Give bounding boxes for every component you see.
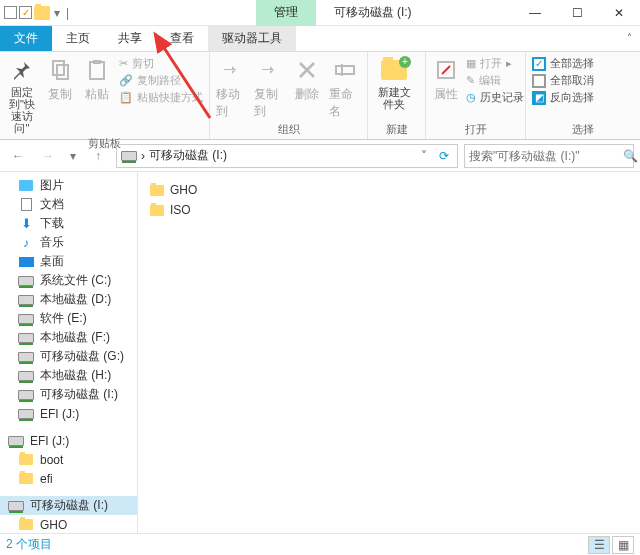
cut-icon: ✂ [119, 57, 128, 70]
drive-icon [8, 499, 24, 513]
invert-selection-button[interactable]: ◩反向选择 [532, 90, 594, 105]
nav-item[interactable]: 本地磁盘 (H:) [0, 366, 137, 385]
back-button[interactable]: ← [6, 144, 30, 168]
drive-icon [18, 293, 34, 307]
nav-item-label: 下载 [40, 215, 64, 232]
folder-icon [18, 518, 34, 532]
folder-name: GHO [170, 183, 197, 197]
nav-item[interactable]: EFI (J:) [0, 431, 137, 450]
icons-view-button[interactable]: ▦ [612, 536, 634, 554]
qat-dropdown-icon[interactable]: ▾ [52, 6, 62, 20]
move-to-button[interactable]: 移动到 [216, 56, 248, 120]
nav-item[interactable]: 可移动磁盘 (I:) [0, 385, 137, 404]
folder-item[interactable]: GHO [146, 180, 632, 200]
nav-item[interactable]: GHO [0, 515, 137, 533]
path-icon: 🔗 [119, 74, 133, 88]
nav-item-label: 本地磁盘 (D:) [40, 291, 111, 308]
nav-item[interactable]: 文档 [0, 195, 137, 214]
copyto-icon [256, 56, 284, 84]
details-view-button[interactable]: ☰ [588, 536, 610, 554]
nav-item[interactable]: 桌面 [0, 252, 137, 271]
forward-button[interactable]: → [36, 144, 60, 168]
search-box[interactable]: 🔍 [464, 144, 634, 168]
drive-icon [8, 434, 24, 448]
nav-item[interactable]: EFI (J:) [0, 404, 137, 423]
address-bar[interactable]: › 可移动磁盘 (I:) ˅ ⟳ [116, 144, 458, 168]
drive-icon [18, 369, 34, 383]
navigation-pane[interactable]: 图片文档⬇下载♪音乐桌面系统文件 (C:)本地磁盘 (D:)软件 (E:)本地磁… [0, 172, 138, 533]
nav-item[interactable]: 系统文件 (C:) [0, 271, 137, 290]
delete-button[interactable]: 删除 [292, 56, 324, 103]
select-all-button[interactable]: ✓全部选择 [532, 56, 594, 71]
file-list[interactable]: GHOISO [138, 172, 640, 533]
new-folder-button[interactable]: + 新建文件夹 [374, 56, 414, 110]
quick-access-toolbar: ✓ ▾ | [0, 6, 75, 20]
nav-item-label: 可移动磁盘 (I:) [30, 497, 108, 514]
select-none-button[interactable]: ✓全部取消 [532, 73, 594, 88]
recent-locations-button[interactable]: ▾ [66, 144, 80, 168]
select-all-icon: ✓ [532, 57, 546, 71]
search-icon[interactable]: 🔍 [623, 149, 638, 163]
nav-item[interactable]: 软件 (E:) [0, 309, 137, 328]
folder-item[interactable]: ISO [146, 200, 632, 220]
shortcut-icon: 📋 [119, 91, 133, 105]
nav-item[interactable]: 本地磁盘 (F:) [0, 328, 137, 347]
tab-file[interactable]: 文件 [0, 26, 52, 51]
contextual-tab-manage[interactable]: 管理 [256, 0, 316, 26]
qat-button-2[interactable]: ✓ [19, 6, 32, 19]
close-button[interactable]: ✕ [598, 0, 640, 26]
group-label-select: 选择 [532, 120, 634, 137]
nav-item[interactable]: 图片 [0, 176, 137, 195]
copy-label: 复制 [48, 86, 72, 103]
tab-view[interactable]: 查看 [156, 26, 208, 51]
nav-item-label: EFI (J:) [40, 407, 79, 421]
open-button[interactable]: ▦打开▸ [466, 56, 524, 71]
qat-folder-icon[interactable] [34, 6, 50, 20]
nav-item[interactable]: ⬇下载 [0, 214, 137, 233]
nav-item[interactable]: 本地磁盘 (D:) [0, 290, 137, 309]
qat-separator: | [64, 6, 71, 20]
tab-home[interactable]: 主页 [52, 26, 104, 51]
qat-button-1[interactable] [4, 6, 17, 19]
up-button[interactable]: ↑ [86, 144, 110, 168]
breadcrumb-current[interactable]: 可移动磁盘 (I:) [149, 147, 227, 164]
cut-button[interactable]: ✂剪切 [119, 56, 203, 71]
ribbon-group-open: 属性 ▦打开▸ ✎编辑 ◷历史记录 打开 [426, 52, 526, 139]
refresh-button[interactable]: ⟳ [435, 149, 453, 163]
copy-path-button[interactable]: 🔗复制路径 [119, 73, 203, 88]
properties-button[interactable]: 属性 [432, 56, 460, 103]
history-button[interactable]: ◷历史记录 [466, 90, 524, 105]
nav-item-label: 可移动磁盘 (I:) [40, 386, 118, 403]
paste-button[interactable]: 粘贴 [81, 56, 113, 103]
pin-quick-access-button[interactable]: 固定到"快速访问" [6, 56, 38, 134]
folder-icon [150, 185, 164, 196]
maximize-button[interactable]: ☐ [556, 0, 598, 26]
copy-to-button[interactable]: 复制到 [254, 56, 286, 120]
properties-label: 属性 [434, 86, 458, 103]
rename-button[interactable]: 重命名 [329, 56, 361, 120]
nav-item[interactable]: 可移动磁盘 (G:) [0, 347, 137, 366]
minimize-button[interactable]: — [514, 0, 556, 26]
nav-item[interactable]: boot [0, 450, 137, 469]
drive-icon [18, 350, 34, 364]
nav-item[interactable]: 可移动磁盘 (I:) [0, 496, 137, 515]
ribbon-group-select: ✓全部选择 ✓全部取消 ◩反向选择 选择 [526, 52, 640, 139]
nav-item[interactable]: efi [0, 469, 137, 488]
drive-icon [18, 388, 34, 402]
tab-drive-tools[interactable]: 驱动器工具 [208, 26, 296, 51]
invert-icon: ◩ [532, 91, 546, 105]
nav-item-label: 系统文件 (C:) [40, 272, 111, 289]
nav-item-label: 可移动磁盘 (G:) [40, 348, 124, 365]
address-dropdown-icon[interactable]: ˅ [417, 149, 431, 163]
copy-button[interactable]: 复制 [44, 56, 76, 103]
pin-label: 固定到"快速访问" [6, 86, 38, 134]
nav-item[interactable]: ♪音乐 [0, 233, 137, 252]
edit-button[interactable]: ✎编辑 [466, 73, 524, 88]
tab-share[interactable]: 共享 [104, 26, 156, 51]
delete-label: 删除 [295, 86, 319, 103]
pictures-icon [18, 179, 34, 193]
search-input[interactable] [469, 149, 619, 163]
collapse-ribbon-icon[interactable]: ˄ [627, 32, 632, 43]
paste-shortcut-button[interactable]: 📋粘贴快捷方式 [119, 90, 203, 105]
ribbon-group-clipboard: 固定到"快速访问" 复制 粘贴 ✂剪切 🔗复制路径 📋粘贴快捷方式 剪贴板 [0, 52, 210, 139]
